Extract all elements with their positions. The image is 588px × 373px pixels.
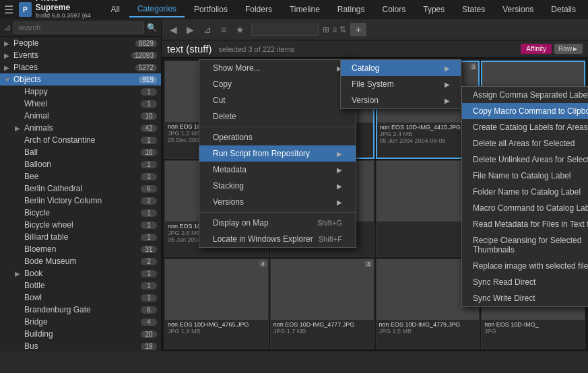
sub1-item-version[interactable]: Version▶	[341, 92, 461, 108]
tree-label: Places	[13, 63, 133, 72]
sidebar-item-berlin-cathedral[interactable]: Berlin Cathedral6	[0, 182, 161, 195]
sidebar-item-bicycle[interactable]: Bicycle1	[0, 207, 161, 219]
sidebar-item-bus[interactable]: Bus19	[0, 340, 161, 351]
sidebar-item-wheel[interactable]: Wheel1	[0, 98, 161, 110]
ctx-item-metadata[interactable]: Metadata▶	[199, 162, 356, 178]
tab-categories[interactable]: Categories	[129, 1, 185, 18]
tree-label: Bee	[24, 172, 138, 181]
ctx-item-copy[interactable]: Copy	[199, 76, 356, 92]
sidebar-item-events[interactable]: ▶Events12093	[0, 49, 161, 61]
sidebar-search-input[interactable]	[13, 22, 144, 34]
submenu-catalog: Assign Comma Separated LabelsCopy Macro …	[461, 86, 588, 307]
sub2-item-replace-image[interactable]: Replace image with selected file	[462, 258, 588, 274]
ctx-label: Run Script from Repository	[213, 149, 310, 158]
tree-label: Wheel	[24, 99, 138, 108]
tab-versions[interactable]: Versions	[494, 2, 542, 17]
sidebar-item-happy[interactable]: Happy1	[0, 86, 161, 98]
search-icon[interactable]: 🔍	[147, 23, 157, 32]
tree-label: Animal	[24, 111, 138, 121]
sidebar-item-bloemen[interactable]: Bloemen31	[0, 243, 161, 255]
tree-count: 20	[141, 331, 157, 338]
ctx-item-show-more[interactable]: Show More...▶	[199, 60, 356, 76]
sidebar-item-bee[interactable]: Bee1	[0, 170, 161, 182]
sub2-item-file-name-to-catalog[interactable]: File Name to Catalog Label	[462, 168, 588, 184]
sidebar-item-objects[interactable]: ▼Objects919	[0, 73, 161, 86]
tree-label: People	[13, 38, 133, 48]
sidebar-item-balloon[interactable]: Balloon1	[0, 158, 161, 170]
tree-label: Animals	[24, 123, 138, 133]
tab-ratings[interactable]: Ratings	[329, 2, 373, 17]
sub1-label: File System	[352, 79, 394, 89]
sub2-item-delete-unlinked-areas[interactable]: Delete Unlinked Areas for Selected	[462, 151, 588, 168]
sidebar-item-animals[interactable]: ▶Animals42	[0, 122, 161, 134]
sub2-item-assign-comma[interactable]: Assign Comma Separated Labels	[462, 87, 588, 103]
tab-portfolios[interactable]: Portfolios	[186, 2, 236, 17]
tree-count: 6	[141, 185, 157, 193]
tree-label: Bloemen	[24, 244, 138, 254]
tree-label: Building	[24, 329, 138, 339]
tree-label: Bicycle wheel	[24, 220, 138, 230]
sidebar-search-bar: ⊿ 🔍	[0, 19, 161, 37]
sub2-item-read-metadata[interactable]: Read Metadata for Files in Text file	[462, 216, 588, 232]
tab-details[interactable]: Details	[543, 2, 584, 17]
ctx-item-locate-in-explorer[interactable]: Locate in Windows ExplorerShift+F	[199, 231, 356, 247]
hamburger-icon[interactable]: ☰	[4, 3, 13, 16]
sub2-item-folder-name-to-catalog[interactable]: Folder Name to Catalog Label	[462, 184, 588, 200]
sub1-item-file-system[interactable]: File System▶	[341, 76, 461, 92]
ctx-item-delete[interactable]: Delete	[199, 108, 356, 125]
ctx-item-cut[interactable]: Cut	[199, 92, 356, 108]
sub1-label: Catalog	[352, 63, 379, 73]
tab-timeline[interactable]: Timeline	[282, 2, 328, 17]
sub2-item-delete-all-areas[interactable]: Delete all Areas for Selected	[462, 135, 588, 151]
sidebar-item-bridge[interactable]: Bridge4	[0, 316, 161, 328]
tree-count: 1	[141, 173, 157, 180]
sidebar-item-animal[interactable]: Animal10	[0, 110, 161, 122]
sub2-item-recipe-cleansing[interactable]: Recipe Cleansing for Selected Thumbnails	[462, 232, 588, 258]
sidebar-item-places[interactable]: ▶Places5272	[0, 61, 161, 73]
sidebar-item-brandenburg-gate[interactable]: Brandenburg Gate6	[0, 304, 161, 316]
tree-count: 1	[141, 282, 157, 290]
sidebar-item-ball[interactable]: Ball16	[0, 146, 161, 158]
tree-arrow: ▶	[15, 125, 22, 132]
sub1-arrow: ▶	[445, 81, 450, 88]
sidebar-item-book[interactable]: ▶Book1	[0, 267, 161, 279]
sidebar-item-people[interactable]: ▶People8629	[0, 37, 161, 49]
sub2-label: Replace image with selected file	[473, 261, 588, 271]
sub2-item-create-catalog-labels[interactable]: Create Catalog Labels for Areas	[462, 119, 588, 135]
ctx-item-display-on-map[interactable]: Display on MapShift+G	[199, 215, 356, 231]
sub2-item-sync-read-direct[interactable]: Sync Read Direct	[462, 274, 588, 290]
tree-count: 1	[141, 209, 157, 217]
sidebar-item-bowl[interactable]: Bowl1	[0, 292, 161, 304]
sub2-item-macro-to-catalog[interactable]: Macro Command to Catalog Label	[462, 200, 588, 216]
ctx-submenu-arrow: ▶	[337, 199, 342, 206]
tab-all[interactable]: All	[103, 2, 128, 17]
tree-label: Happy	[24, 87, 138, 96]
ctx-item-versions[interactable]: Versions▶	[199, 194, 356, 210]
sidebar-item-building[interactable]: Building20	[0, 328, 161, 340]
tab-colors[interactable]: Colors	[374, 2, 414, 17]
tree-label: Events	[13, 50, 129, 60]
sidebar-item-billiard-table[interactable]: Billiard table1	[0, 231, 161, 243]
ctx-shortcut: Shift+F	[319, 235, 342, 243]
tree-count: 1	[141, 222, 157, 229]
sub2-label: Sync Write Direct	[473, 294, 535, 303]
ctx-item-run-script[interactable]: Run Script from Repository▶	[199, 145, 356, 162]
ctx-label: Display on Map	[213, 218, 269, 228]
sub2-item-sync-write-direct[interactable]: Sync Write Direct	[462, 290, 588, 306]
sidebar-item-arch-of-constantine[interactable]: Arch of Constantine1	[0, 134, 161, 146]
sidebar-item-bottle[interactable]: Bottle1	[0, 279, 161, 292]
sub1-item-catalog[interactable]: Catalog▶	[341, 60, 461, 76]
tab-folders[interactable]: Folders	[237, 2, 280, 17]
tree-label: Bode Museum	[24, 257, 138, 266]
ctx-item-operations[interactable]: Operations	[199, 129, 356, 145]
tree-label: Balloon	[24, 160, 138, 169]
sidebar-item-bicycle-wheel[interactable]: Bicycle wheel1	[0, 219, 161, 231]
sidebar-item-bode-museum[interactable]: Bode Museum2	[0, 255, 161, 267]
sidebar-item-berlin-victory-column[interactable]: Berlin Victory Column2	[0, 195, 161, 207]
ctx-item-stacking[interactable]: Stacking▶	[199, 178, 356, 194]
ctx-label: Cut	[213, 96, 226, 105]
tab-types[interactable]: Types	[415, 2, 453, 17]
sub2-item-copy-macro[interactable]: Copy Macro Command to Clipboard	[462, 103, 588, 119]
tab-states[interactable]: States	[454, 2, 493, 17]
top-bar: ☰ P Photo Supreme build 6.0.0.3597 (64 b…	[0, 0, 588, 19]
